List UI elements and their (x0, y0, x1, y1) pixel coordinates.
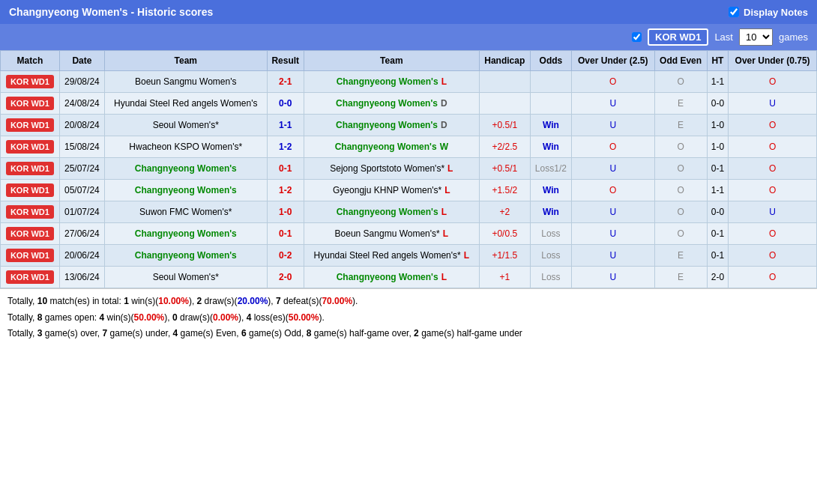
league-cell: KOR WD1 (1, 180, 60, 201)
over-under-075-cell: U (729, 201, 817, 223)
over-under-075-cell: O (729, 245, 817, 267)
handicap-cell: +1/1.5 (479, 245, 530, 267)
ht-cell: 0-1 (707, 223, 728, 245)
odd-even-cell: O (654, 201, 707, 223)
match-badge: KOR WD1 (6, 162, 54, 175)
handicap-cell: +2 (479, 201, 530, 223)
col-odd-even: Odd Even (654, 51, 707, 71)
scores-table: Match Date Team Result Team Handicap Odd… (0, 50, 817, 288)
table-row: KOR WD115/08/24Hwacheon KSPO Women's*1-2… (1, 136, 817, 158)
display-notes-checkbox[interactable] (729, 7, 739, 17)
date-cell: 20/08/24 (59, 115, 104, 136)
date-cell: 25/07/24 (59, 158, 104, 180)
odds-cell: Win (530, 115, 571, 136)
over-under-cell: U (571, 115, 654, 136)
over-under-075-cell: O (729, 267, 817, 288)
last-label: Last (714, 31, 733, 43)
odd-even-cell: E (654, 267, 707, 288)
ht-cell: 0-0 (707, 201, 728, 223)
match-badge: KOR WD1 (6, 97, 54, 110)
team1-cell: Suwon FMC Women's* (104, 201, 267, 223)
match-badge: KOR WD1 (6, 270, 54, 284)
league-cell: KOR WD1 (1, 71, 60, 93)
odds-cell: Win (530, 180, 571, 201)
date-cell: 05/07/24 (59, 180, 104, 201)
ht-cell: 0-1 (707, 245, 728, 267)
date-cell: 15/08/24 (59, 136, 104, 158)
team2-cell: Changnyeong Women'sL (304, 267, 479, 288)
odd-even-cell: O (654, 136, 707, 158)
outcome-badge: L (441, 207, 447, 217)
over-under-075-cell: O (729, 223, 817, 245)
match-badge: KOR WD1 (6, 75, 54, 88)
match-badge: KOR WD1 (6, 227, 54, 240)
league-cell: KOR WD1 (1, 93, 60, 115)
col-over-under-075: Over Under (0.75) (729, 51, 817, 71)
table-row: KOR WD129/08/24Boeun Sangmu Women's2-1Ch… (1, 71, 817, 93)
games-select[interactable]: 10 5 15 20 All (739, 28, 773, 46)
result-cell: 1-2 (267, 180, 304, 201)
result-cell: 1-0 (267, 201, 304, 223)
result-cell: 0-2 (267, 245, 304, 267)
over-under-cell: U (571, 267, 654, 288)
date-cell: 13/06/24 (59, 267, 104, 288)
outcome-badge: W (440, 142, 448, 152)
filter-bar: KOR WD1 Last 10 5 15 20 All games (0, 24, 817, 50)
result-cell: 2-1 (267, 71, 304, 93)
outcome-badge: D (441, 120, 447, 130)
team2-cell: Changnyeong Women'sL (304, 71, 479, 93)
team2-cell: Boeun Sangmu Women's*L (304, 223, 479, 245)
handicap-cell: +0.5/1 (479, 115, 530, 136)
team1-cell: Changnyeong Women's (104, 245, 267, 267)
date-cell: 24/08/24 (59, 93, 104, 115)
league-cell: KOR WD1 (1, 267, 60, 288)
result-cell: 0-1 (267, 158, 304, 180)
handicap-cell: +0/0.5 (479, 223, 530, 245)
team1-cell: Boeun Sangmu Women's (104, 71, 267, 93)
col-team1: Team (104, 51, 267, 71)
match-badge: KOR WD1 (6, 140, 54, 154)
date-cell: 29/08/24 (59, 71, 104, 93)
handicap-cell: +1.5/2 (479, 180, 530, 201)
summary-section: Totally, 10 match(es) in total: 1 win(s)… (0, 288, 817, 347)
league-filter-checkbox[interactable] (632, 32, 642, 42)
odd-even-cell: O (654, 71, 707, 93)
over-under-075-cell: O (729, 136, 817, 158)
result-cell: 1-2 (267, 136, 304, 158)
odds-cell: Loss (530, 267, 571, 288)
summary-line3: Totally, 3 game(s) over, 7 game(s) under… (7, 326, 810, 342)
date-cell: 20/06/24 (59, 245, 104, 267)
team1-cell: Changnyeong Women's (104, 223, 267, 245)
result-cell: 0-0 (267, 93, 304, 115)
result-cell: 0-1 (267, 223, 304, 245)
display-notes-label: Display Notes (744, 7, 808, 18)
team2-cell: Sejong Sportstoto Women's*L (304, 158, 479, 180)
team1-cell: Hyundai Steel Red angels Women's (104, 93, 267, 115)
over-under-cell: U (571, 158, 654, 180)
table-row: KOR WD105/07/24Changnyeong Women's1-2Gye… (1, 180, 817, 201)
col-result: Result (267, 51, 304, 71)
match-badge: KOR WD1 (6, 249, 54, 262)
odd-even-cell: O (654, 180, 707, 201)
odds-cell (530, 71, 571, 93)
odd-even-cell: E (654, 93, 707, 115)
date-cell: 27/06/24 (59, 223, 104, 245)
ht-cell: 0-0 (707, 93, 728, 115)
games-label: games (779, 31, 808, 43)
table-row: KOR WD101/07/24Suwon FMC Women's*1-0Chan… (1, 201, 817, 223)
odd-even-cell: E (654, 115, 707, 136)
table-row: KOR WD124/08/24Hyundai Steel Red angels … (1, 93, 817, 115)
ht-cell: 1-1 (707, 71, 728, 93)
result-cell: 1-1 (267, 115, 304, 136)
over-under-cell: O (571, 180, 654, 201)
odds-cell: Loss (530, 245, 571, 267)
league-cell: KOR WD1 (1, 245, 60, 267)
team2-cell: Changnyeong Women'sD (304, 115, 479, 136)
ht-cell: 0-1 (707, 158, 728, 180)
odd-even-cell: E (654, 245, 707, 267)
col-over-under-25: Over Under (2.5) (571, 51, 654, 71)
odds-cell: Loss1/2 (530, 158, 571, 180)
league-badge: KOR WD1 (648, 28, 708, 46)
match-badge: KOR WD1 (6, 118, 54, 132)
league-cell: KOR WD1 (1, 115, 60, 136)
